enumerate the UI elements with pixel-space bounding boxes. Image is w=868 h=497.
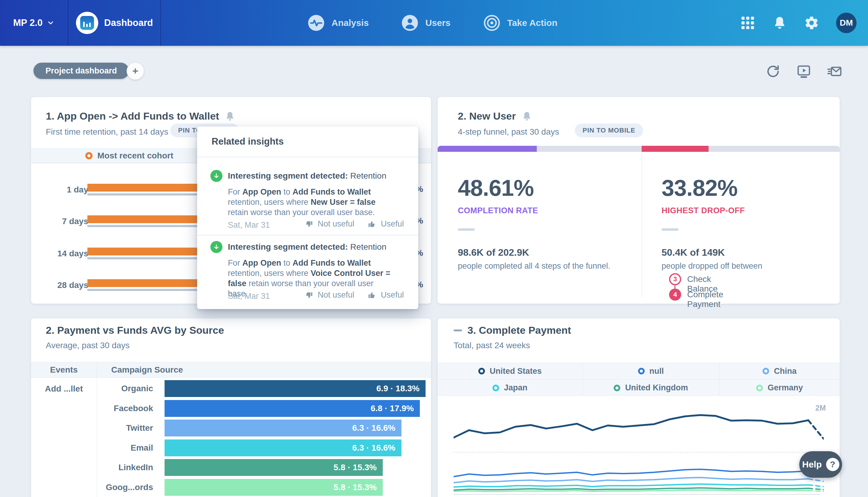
- legend-label: null: [649, 367, 664, 376]
- series-line-germany: [453, 490, 808, 491]
- source-bar[interactable]: 6.3 · 16.6%: [165, 420, 402, 437]
- dropoff-desc: people dropped off between: [661, 261, 762, 271]
- insight-headline: Interesting segment detected: Retention: [228, 242, 409, 252]
- notifications-bell-icon[interactable]: [772, 15, 787, 30]
- question-mark-icon: ?: [826, 458, 839, 471]
- present-screen-icon[interactable]: [796, 64, 811, 79]
- add-dashboard-button[interactable]: +: [127, 62, 144, 80]
- useful-button[interactable]: Useful: [367, 219, 404, 229]
- source-bar[interactable]: 6.3 · 16.6%: [165, 439, 402, 456]
- help-button[interactable]: Help ?: [799, 451, 842, 478]
- funnel-card-subtitle: 4-step funnel, past 30 days: [458, 127, 559, 137]
- source-label: Twitter: [99, 423, 153, 433]
- target-icon: [483, 14, 501, 32]
- not-useful-button[interactable]: Not useful: [304, 290, 354, 300]
- insight-date: Sat, Mar 31: [228, 221, 270, 230]
- legend-item-united-states[interactable]: United States: [438, 363, 583, 380]
- nav-item-take-action[interactable]: Take Action: [483, 14, 558, 32]
- divider-dash: [458, 228, 475, 231]
- series-dot-icon: [492, 385, 499, 391]
- useful-label: Useful: [381, 219, 404, 229]
- dropoff-rate-value: 33.82%: [661, 175, 738, 201]
- not-useful-label: Not useful: [318, 290, 354, 300]
- source-bar-value: 6.3 · 16.6%: [352, 423, 402, 433]
- legend-item-united-kingdom[interactable]: United Kingdom: [583, 380, 719, 396]
- popover-title: Related insights: [212, 136, 284, 147]
- settings-gear-icon[interactable]: [804, 15, 819, 30]
- retention-row-label: 7 days: [43, 216, 88, 226]
- dashboard-actions: [766, 64, 842, 79]
- funnel-step-label: Complete Payment: [687, 290, 723, 309]
- source-bar[interactable]: 6.9 · 18.3%: [165, 380, 425, 397]
- send-email-icon[interactable]: [827, 64, 842, 79]
- useful-label: Useful: [381, 290, 404, 300]
- series-line-dashed-tail: [808, 488, 824, 489]
- pin-to-mobile-badge[interactable]: PIN TO MOBILE: [575, 124, 643, 137]
- nav-item-analysis[interactable]: Analysis: [307, 14, 368, 32]
- plus-icon: +: [132, 66, 138, 76]
- retention-card-subtitle: First time retention, past 14 days: [46, 127, 168, 137]
- popover-divider: [197, 157, 418, 157]
- legend-label: United States: [490, 367, 542, 376]
- alert-bell-icon[interactable]: [225, 111, 235, 122]
- source-bar[interactable]: 6.8 · 17.9%: [165, 400, 420, 417]
- primary-nav: AnalysisUsersTake Action: [307, 0, 558, 46]
- cohort-legend-label: Most recent cohort: [97, 151, 173, 160]
- completion-rate-label: COMPLETION RATE: [458, 206, 538, 215]
- tab-dashboard[interactable]: Dashboard: [68, 0, 161, 46]
- lines-card-title: 3. Complete Payment: [467, 324, 571, 336]
- nav-item-label: Take Action: [507, 18, 558, 28]
- popover-divider: [197, 235, 418, 236]
- legend-label: Germany: [768, 383, 803, 393]
- not-useful-button[interactable]: Not useful: [304, 219, 354, 229]
- workspace-switcher[interactable]: MP 2.0: [0, 0, 68, 46]
- source-label: Goog...ords: [99, 483, 153, 492]
- brand-tab-label: Dashboard: [104, 17, 153, 28]
- funnel-step-4: 4: [669, 288, 681, 301]
- dashboard-selector-pill[interactable]: Project dashboard: [33, 63, 129, 79]
- dropoff-rate-label: HIGHEST DROP-OFF: [661, 206, 745, 215]
- source-bar-value: 6.8 · 17.9%: [371, 403, 420, 413]
- card-funnel: 2. New User 4-step funnel, past 30 days …: [438, 97, 840, 303]
- retention-row-label: 14 days: [43, 249, 88, 258]
- insight-headline: Interesting segment detected: Retention: [228, 171, 409, 181]
- top-navbar: MP 2.0 Dashboard AnalysisUsersTake Actio…: [0, 0, 868, 46]
- line-chart[interactable]: [453, 401, 824, 495]
- useful-button[interactable]: Useful: [367, 290, 404, 300]
- source-label: LinkedIn: [99, 463, 153, 472]
- nav-item-users[interactable]: Users: [401, 14, 450, 32]
- legend-item-japan[interactable]: Japan: [438, 380, 583, 396]
- series-line-china: [453, 478, 808, 483]
- retention-row-label: 1 day: [43, 185, 88, 195]
- legend-item-china[interactable]: China: [719, 363, 840, 380]
- source-label: Facebook: [99, 403, 153, 413]
- events-column-header: Events: [31, 365, 97, 375]
- series-line-japan: [453, 484, 808, 487]
- column-divider: [642, 152, 642, 297]
- table-column-divider: [97, 362, 97, 497]
- source-bar-value: 5.8 · 15.3%: [334, 483, 383, 492]
- not-useful-label: Not useful: [318, 219, 354, 229]
- series-line-dashed-tail: [808, 479, 824, 482]
- legend-item-germany[interactable]: Germany: [719, 380, 840, 396]
- source-bar[interactable]: 5.8 · 15.3%: [165, 479, 383, 496]
- related-insights-popover: Related insights Interesting segment det…: [197, 127, 418, 309]
- series-dot-icon: [478, 368, 485, 374]
- legend-item-null[interactable]: null: [583, 363, 719, 380]
- series-line-dashed-tail: [808, 485, 824, 487]
- cohort-dot-icon: [85, 152, 93, 159]
- series-line-united-states: [453, 415, 808, 438]
- source-bar[interactable]: 5.8 · 15.3%: [165, 459, 383, 476]
- nav-item-label: Users: [425, 18, 450, 28]
- apps-grid-icon[interactable]: [740, 15, 755, 30]
- lines-card-subtitle: Total, past 24 weeks: [453, 341, 530, 350]
- sources-card-title: 2. Payment vs Funds AVG by Source: [46, 324, 224, 336]
- pulse-icon: [307, 14, 325, 32]
- refresh-icon[interactable]: [766, 64, 781, 79]
- card-sources: 2. Payment vs Funds AVG by Source Averag…: [31, 318, 431, 497]
- source-bar-value: 6.3 · 16.6%: [352, 443, 402, 453]
- series-dot-icon: [762, 368, 769, 374]
- alert-bell-icon[interactable]: [521, 111, 532, 122]
- dropoff-progress-fill: [642, 146, 709, 152]
- user-avatar[interactable]: DM: [836, 13, 856, 33]
